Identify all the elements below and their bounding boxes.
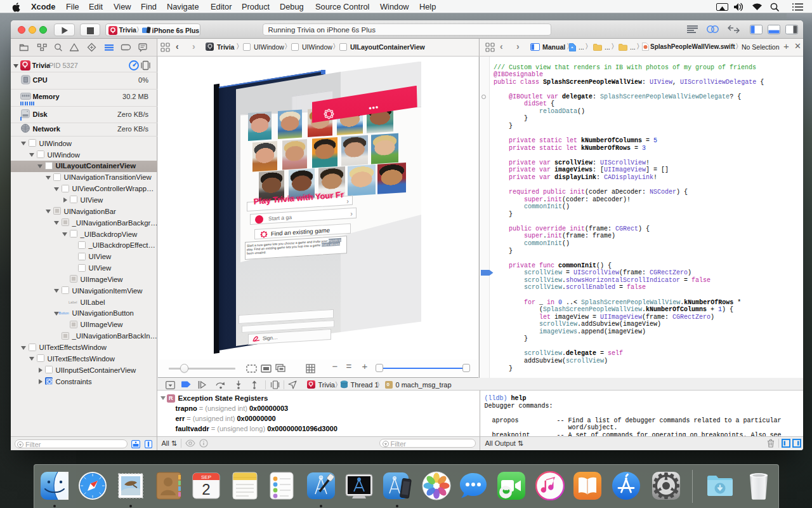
svg-text:SEP: SEP — [201, 474, 211, 480]
svg-text:2: 2 — [202, 481, 210, 498]
